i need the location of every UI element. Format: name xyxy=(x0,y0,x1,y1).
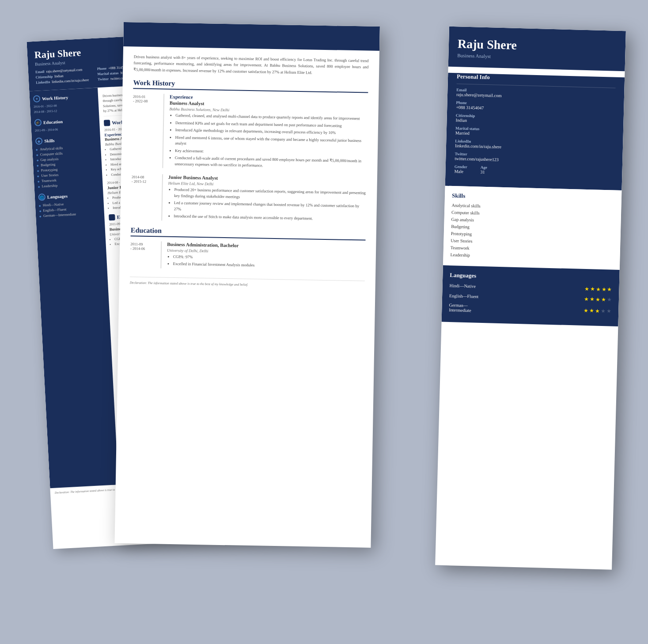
resume2-topbar xyxy=(123,22,380,51)
lang-english: English—Fluent ★ ★ ★ ★ ★ xyxy=(449,292,612,303)
star-1: ★ xyxy=(584,307,588,314)
star-1: ★ xyxy=(584,296,589,303)
linkedin-value-3: linkedin.com/in/raju.shere xyxy=(455,143,501,149)
resume-3: Raju Shere Business Analyst Personal Inf… xyxy=(435,27,626,570)
star-2: ★ xyxy=(589,308,594,314)
resume1-citizenship: Indian xyxy=(54,74,64,78)
citizenship-info: Citizenship Indian xyxy=(455,113,614,126)
marital-value-3: Married xyxy=(455,130,470,136)
phone-label: Phone xyxy=(97,66,107,71)
skills-section-3: Skills Analytical skills Computer skills… xyxy=(443,186,622,269)
marital-info: Marital status Married xyxy=(455,126,614,139)
email-info: Email raju.shere@zetymail.com xyxy=(456,87,615,101)
briefcase-icon: ✦ xyxy=(33,95,41,102)
age-label-3: Age xyxy=(481,165,487,170)
lang-hindi: Hindi—Native ★ ★ ★ ★ ★ xyxy=(450,282,612,293)
citizenship-label: Citizenship xyxy=(35,75,53,80)
resume1-email: raju.shere@zetymail.com xyxy=(46,68,82,73)
star-1: ★ xyxy=(584,286,589,292)
declaration-2: Declaration: The information stated abov… xyxy=(130,277,365,288)
langs-title-3: Languages xyxy=(450,272,612,283)
twitter-value-3: twitter.com/rajushere123 xyxy=(455,156,499,162)
timeline-job2: 2014-08- 2015-12 Junior Business Analyst… xyxy=(131,174,367,224)
resume3-header: Raju Shere Business Analyst xyxy=(448,27,626,71)
age-value-3: 31 xyxy=(480,170,485,174)
timeline-date2: 2014-08- 2015-12 xyxy=(131,174,156,220)
lang-hindi-name: Hindi—Native xyxy=(450,283,476,289)
star-4: ★ xyxy=(601,296,606,303)
personal-info-title: Personal Info xyxy=(457,73,616,84)
gender-value-3: Male xyxy=(454,169,463,174)
resume3-body: Personal Info Email raju.shere@zetymail.… xyxy=(445,73,625,190)
resume3-name: Raju Shere xyxy=(458,37,617,55)
star-4-empty: ★ xyxy=(601,308,606,314)
email-label: Email xyxy=(35,70,45,74)
languages-section-3: Languages Hindi—Native ★ ★ ★ ★ ★ English… xyxy=(442,265,620,326)
star-4: ★ xyxy=(601,286,606,293)
citizenship-label-3: Citizenship xyxy=(456,113,615,121)
timeline-date1: 2016-01- 2022-08 xyxy=(132,94,157,168)
lang-german: German—Intermediate ★ ★ ★ ★ ★ xyxy=(449,303,611,317)
gender-age-row: Gender Male Age 31 xyxy=(454,164,614,181)
twitter-info: Twitter twitter.com/rajushere123 xyxy=(455,152,614,165)
english-stars: ★ ★ ★ ★ ★ xyxy=(584,296,612,303)
skills-section-label: Skills xyxy=(44,138,55,143)
resume2-summary: Driven business analyst with 8+ years of… xyxy=(133,53,369,76)
star-2: ★ xyxy=(590,286,595,292)
linkedin-label: LinkedIn xyxy=(36,80,50,85)
resume2-content: Driven business analyst with 8+ years of… xyxy=(119,46,379,296)
marital-label-3: Marital status xyxy=(455,126,614,134)
timeline-date-edu: 2011-09- 2014-06 xyxy=(130,241,155,268)
german-stars: ★ ★ ★ ★ ★ xyxy=(584,307,611,315)
timeline-job1: 2016-01- 2022-08 Experience Business Ana… xyxy=(132,94,368,172)
star-3: ★ xyxy=(595,286,600,292)
bullet: Led a customer journey review and implem… xyxy=(174,200,366,216)
bullet: Conducted a full-scale audit of current … xyxy=(174,155,367,170)
edu-section-label: Education xyxy=(43,119,63,125)
phone-info: Phone +088 31454047 xyxy=(456,100,615,114)
star-3: ★ xyxy=(595,296,600,303)
phone-value-3: +088 31454047 xyxy=(456,105,484,110)
star-5: ★ xyxy=(607,286,612,293)
skills-icon: ◆ xyxy=(35,137,43,145)
langs-section-label: Languages xyxy=(47,193,68,199)
work-section-label: Work History xyxy=(42,95,68,101)
bullet: Produced 20+ business performance and cu… xyxy=(174,187,366,202)
languages-icon: 🌐 xyxy=(38,193,45,201)
timeline-edu: 2011-09- 2014-06 Business Administration… xyxy=(130,241,365,272)
email-value-3: raju.shere@zetymail.com xyxy=(456,92,502,98)
resume1-linkedin: linkedin.com/in/raju.shere xyxy=(52,78,89,83)
hindi-stars: ★ ★ ★ ★ ★ xyxy=(584,286,612,293)
skills-title-3: Skills xyxy=(452,192,614,204)
lang-english-name: English—Fluent xyxy=(449,293,478,299)
citizenship-value-3: Indian xyxy=(455,117,467,123)
education-icon: 🎓 xyxy=(34,119,42,126)
work-heading-2: Work History xyxy=(133,79,368,93)
star-2: ★ xyxy=(590,296,595,303)
bullet: Hired and mentored 6 interns, one of who… xyxy=(175,135,367,150)
edu-heading-2: Education xyxy=(131,226,366,240)
linkedin-info: LinkedIn linkedin.com/in/raju.shere xyxy=(455,139,614,152)
lang-german-name: German—Intermediate xyxy=(449,303,471,313)
twitter-label: Twitter xyxy=(98,77,109,81)
star-5-empty: ★ xyxy=(607,296,612,303)
marital-label: Marital status xyxy=(97,71,119,76)
star-3: ★ xyxy=(595,308,600,314)
resume-2: Driven business analyst with 8+ years of… xyxy=(114,22,380,548)
star-5-empty: ★ xyxy=(606,308,611,315)
